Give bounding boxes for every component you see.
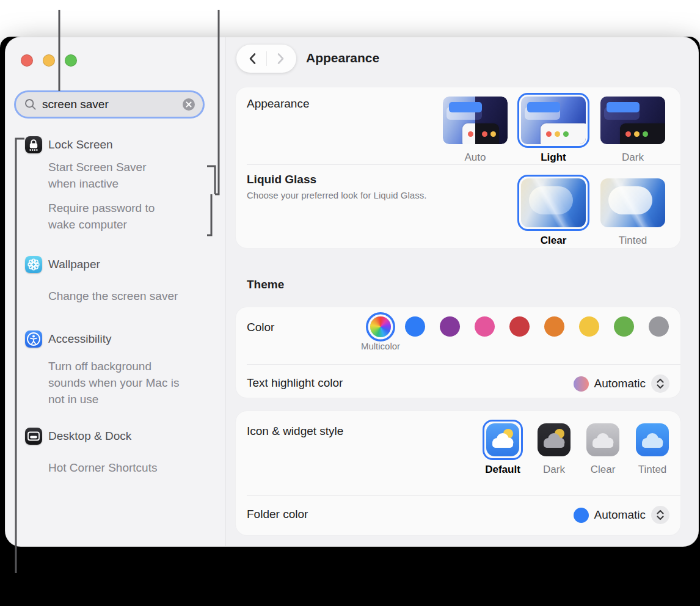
sidebar-item-desktop-dock[interactable]: Desktop & Dock: [48, 428, 131, 445]
icon-style-option-default[interactable]: Default: [483, 420, 523, 476]
wallpaper-icon: [25, 256, 42, 273]
row-divider: [247, 495, 680, 496]
text-highlight-dropdown[interactable]: Automatic: [574, 374, 669, 393]
icon-style-option-clear[interactable]: Clear: [583, 420, 623, 476]
folder-color-label: Folder color: [247, 508, 308, 521]
row-divider: [247, 364, 680, 365]
chevron-up-down-icon[interactable]: [651, 374, 669, 393]
weather-icon-tinted: [636, 423, 669, 456]
color-row-label: Color: [247, 321, 274, 334]
color-swatch-blue[interactable]: [405, 316, 425, 337]
color-swatch-green[interactable]: [614, 316, 634, 337]
lock-screen-icon: [25, 136, 42, 153]
folder-color-value: Automatic: [594, 508, 646, 522]
color-swatch-multicolor[interactable]: [370, 316, 391, 337]
theme-heading: Theme: [247, 278, 284, 291]
weather-icon-clear: [586, 423, 619, 456]
theme-card: Color Multicolor Text highlight color Au…: [236, 307, 680, 398]
icon-style-option-tinted[interactable]: Tinted: [632, 420, 673, 476]
color-swatch-gray[interactable]: [649, 316, 669, 337]
navigation-buttons: [236, 45, 296, 73]
icon-style-card: Icon & widget style Default: [236, 411, 680, 535]
search-result-change-screen-saver[interactable]: Change the screen saver: [48, 288, 208, 304]
appearance-row-label: Appearance: [247, 97, 309, 111]
page-title: Appearance: [306, 51, 379, 65]
weather-icon-default: [486, 423, 519, 456]
sidebar: screen saver Lock Screen Start Screen Sa…: [5, 37, 226, 546]
back-icon[interactable]: [246, 51, 261, 67]
color-swatch-purple[interactable]: [440, 316, 460, 337]
selected-color-label: Multicolor: [344, 341, 417, 351]
forward-icon[interactable]: [272, 51, 288, 67]
color-swatch-orange[interactable]: [544, 316, 564, 337]
desktop-dock-icon: [25, 428, 42, 445]
search-input[interactable]: screen saver: [14, 90, 205, 119]
minimize-button[interactable]: [43, 54, 55, 67]
appearance-card: Appearance: [236, 87, 680, 248]
sidebar-item-wallpaper[interactable]: Wallpaper: [48, 256, 100, 273]
color-swatch-yellow[interactable]: [579, 316, 599, 337]
text-highlight-swatch: [574, 376, 589, 392]
chevron-up-down-icon[interactable]: [651, 506, 669, 524]
folder-color-swatch: [574, 508, 589, 523]
search-result-start-screen-saver[interactable]: Start Screen Saver when inactive: [48, 159, 208, 192]
row-divider: [247, 164, 680, 165]
appearance-option-dark[interactable]: Dark: [597, 93, 669, 164]
appearance-option-light[interactable]: Light: [517, 93, 589, 164]
clear-search-icon[interactable]: [182, 98, 195, 111]
liquid-glass-option-tinted[interactable]: Tinted: [597, 175, 669, 247]
system-settings-window: screen saver Lock Screen Start Screen Sa…: [5, 37, 699, 547]
liquid-glass-description: Choose your preferred look for Liquid Gl…: [247, 190, 426, 200]
text-highlight-value: Automatic: [594, 377, 646, 390]
sidebar-item-accessibility[interactable]: Accessibility: [48, 330, 111, 348]
search-result-hot-corner-shortcuts[interactable]: Hot Corner Shortcuts: [48, 459, 208, 476]
close-button[interactable]: [21, 54, 33, 67]
folder-color-dropdown[interactable]: Automatic: [574, 506, 669, 524]
sidebar-item-lock-screen[interactable]: Lock Screen: [48, 136, 113, 153]
search-result-turn-off-background-sounds[interactable]: Turn off background sounds when your Mac…: [48, 358, 208, 407]
liquid-glass-option-clear[interactable]: Clear: [517, 175, 589, 247]
accessibility-icon: [25, 330, 42, 348]
nav-divider: [266, 51, 267, 66]
icon-style-label: Icon & widget style: [247, 425, 343, 438]
color-swatch-pink[interactable]: [475, 316, 495, 337]
search-result-require-password[interactable]: Require password to wake computer: [48, 200, 208, 233]
search-icon: [24, 98, 37, 111]
weather-icon-dark: [538, 423, 571, 456]
appearance-option-auto[interactable]: Auto: [439, 93, 511, 164]
search-value[interactable]: screen saver: [42, 98, 177, 111]
liquid-glass-label: Liquid Glass: [247, 173, 316, 186]
icon-style-option-dark[interactable]: Dark: [534, 420, 574, 476]
zoom-button[interactable]: [65, 54, 77, 67]
color-swatch-red[interactable]: [509, 316, 530, 337]
text-highlight-label: Text highlight color: [247, 376, 343, 390]
